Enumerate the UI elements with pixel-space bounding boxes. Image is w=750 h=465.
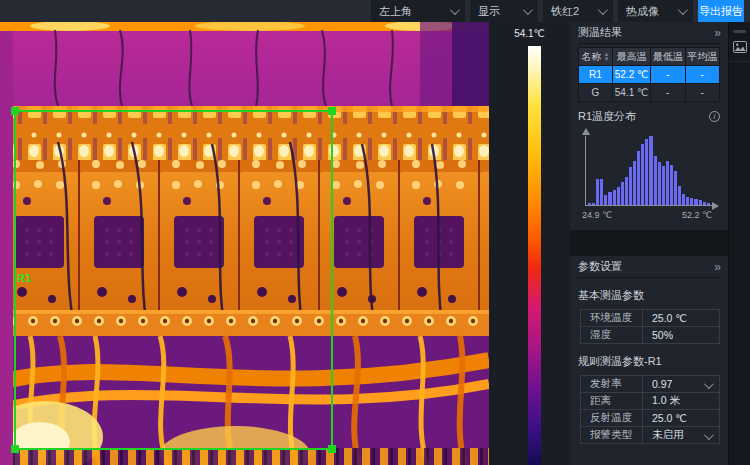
distance-value[interactable]: 1.0 米 bbox=[643, 394, 719, 408]
display-select-value: 显示 bbox=[478, 4, 500, 19]
region-handle-bottom-right[interactable] bbox=[328, 445, 336, 453]
display-select[interactable]: 显示 bbox=[470, 0, 538, 22]
histogram-bar bbox=[617, 187, 620, 205]
histogram-bar bbox=[703, 202, 706, 205]
cell-avg: - bbox=[685, 84, 720, 102]
palette-select[interactable]: 铁红2 bbox=[543, 0, 613, 22]
histogram-bar bbox=[674, 171, 677, 206]
histogram-bar bbox=[596, 179, 599, 205]
ambient-temperature-label: 环境温度 bbox=[581, 310, 643, 326]
histogram-bar bbox=[682, 194, 685, 205]
histogram-bar bbox=[600, 179, 603, 205]
chevron-down-icon bbox=[678, 5, 688, 15]
histogram-bar bbox=[662, 166, 665, 205]
thermal-analysis-app: 左上角 显示 铁红2 热成像 导出报告 bbox=[0, 0, 750, 465]
results-section: 测温结果 » 名称▲▼ 最高温 最低温 平均温 R1 52.2 ℃ - - bbox=[570, 22, 728, 230]
humidity-row: 湿度 50% bbox=[581, 327, 719, 344]
histogram-bar bbox=[649, 136, 652, 205]
export-report-button[interactable]: 导出报告 bbox=[698, 0, 744, 22]
histogram-bar bbox=[686, 197, 689, 205]
position-select[interactable]: 左上角 bbox=[371, 0, 465, 22]
histogram-bar bbox=[637, 151, 640, 205]
results-table: 名称▲▼ 最高温 最低温 平均温 R1 52.2 ℃ - - G 54.1 ℃ bbox=[578, 47, 720, 102]
histogram-bar bbox=[625, 177, 628, 205]
cell-max: 54.1 ℃ bbox=[613, 84, 651, 102]
histogram-bar bbox=[694, 199, 697, 205]
y-axis-arrow-icon bbox=[582, 128, 590, 135]
top-toolbar: 左上角 显示 铁红2 热成像 导出报告 bbox=[0, 0, 750, 22]
cell-name: G bbox=[579, 84, 613, 102]
panel-drag-handle-icon[interactable] bbox=[733, 30, 746, 33]
ambient-temperature-row: 环境温度 25.0 ℃ bbox=[581, 310, 719, 327]
basic-params-title: 基本测温参数 bbox=[578, 288, 720, 303]
region-handle-bottom-left[interactable] bbox=[11, 445, 19, 453]
rule-params-title: 规则测温参数-R1 bbox=[578, 354, 720, 369]
table-row-g[interactable]: G 54.1 ℃ - - bbox=[579, 84, 720, 102]
histogram-bar bbox=[604, 195, 607, 205]
alarm-type-label: 报警类型 bbox=[581, 427, 643, 443]
reflected-temperature-row: 反射温度 25.0 ℃ bbox=[581, 410, 719, 427]
cell-min: - bbox=[651, 66, 686, 84]
histogram-bar bbox=[658, 162, 661, 205]
histogram-bar bbox=[588, 203, 591, 205]
histogram-bar bbox=[592, 203, 595, 205]
histogram-bar bbox=[707, 203, 710, 205]
collapse-params-icon[interactable]: » bbox=[714, 260, 720, 274]
alarm-type-row: 报警类型 未启用 bbox=[581, 427, 719, 444]
temperature-histogram: 24.9 ℃ 52.2 ℃ bbox=[578, 128, 720, 220]
col-max: 最高温 bbox=[613, 48, 651, 66]
region-handle-top-right[interactable] bbox=[328, 107, 336, 115]
histogram-bars bbox=[585, 136, 712, 206]
thermal-image-viewport[interactable]: R1 bbox=[0, 22, 489, 465]
histogram-bar bbox=[670, 165, 673, 205]
info-icon[interactable]: i bbox=[709, 111, 720, 122]
rule-params-table: 发射率 0.97 距离 1.0 米 反射温度 25.0 ℃ 报警类型 未启 bbox=[580, 375, 720, 444]
main-area: R1 54.1℃ 测温结果 » 名称▲▼ 最高温 最低温 平均温 bbox=[0, 22, 750, 465]
sort-icon[interactable]: ▲▼ bbox=[604, 52, 610, 62]
position-select-value: 左上角 bbox=[379, 4, 412, 19]
histogram-bar bbox=[629, 167, 632, 205]
measure-region-r1[interactable] bbox=[14, 110, 333, 450]
right-panel: 测温结果 » 名称▲▼ 最高温 最低温 平均温 R1 52.2 ℃ - - bbox=[570, 22, 728, 465]
histogram-bar bbox=[678, 186, 681, 205]
side-icon-strip bbox=[728, 22, 750, 465]
hist-min-label: 24.9 ℃ bbox=[582, 210, 612, 220]
divider bbox=[729, 61, 750, 62]
gallery-icon[interactable] bbox=[733, 41, 747, 53]
chevron-down-icon bbox=[523, 5, 533, 15]
results-title: 测温结果 bbox=[578, 25, 622, 40]
col-min: 最低温 bbox=[651, 48, 686, 66]
histogram-bar bbox=[608, 192, 611, 205]
histogram-bar bbox=[633, 161, 636, 205]
emissivity-label: 发射率 bbox=[581, 376, 643, 392]
distance-label: 距离 bbox=[581, 393, 643, 409]
col-avg: 平均温 bbox=[685, 48, 720, 66]
histogram-bar bbox=[690, 198, 693, 205]
histogram-bar bbox=[621, 182, 624, 205]
histogram-bar bbox=[666, 161, 669, 205]
cell-min: - bbox=[651, 84, 686, 102]
basic-params-table: 环境温度 25.0 ℃ 湿度 50% bbox=[580, 309, 720, 344]
histogram-bar bbox=[645, 139, 648, 205]
reflected-temperature-label: 反射温度 bbox=[581, 410, 643, 426]
histogram-bar bbox=[654, 156, 657, 205]
colorbar-max-label: 54.1℃ bbox=[489, 28, 570, 39]
cell-avg: - bbox=[685, 66, 720, 84]
histogram-title: R1温度分布 bbox=[578, 109, 636, 124]
region-handle-top-left[interactable] bbox=[11, 107, 19, 115]
reflected-temperature-value[interactable]: 25.0 ℃ bbox=[643, 412, 719, 424]
humidity-value[interactable]: 50% bbox=[643, 329, 719, 341]
cell-name: R1 bbox=[579, 66, 613, 84]
hist-max-label: 52.2 ℃ bbox=[682, 210, 712, 220]
collapse-results-icon[interactable]: » bbox=[714, 26, 720, 40]
table-row-r1[interactable]: R1 52.2 ℃ - - bbox=[579, 66, 720, 84]
cell-max: 52.2 ℃ bbox=[613, 66, 651, 84]
ambient-temperature-value[interactable]: 25.0 ℃ bbox=[643, 312, 719, 324]
image-mode-select[interactable]: 热成像 bbox=[618, 0, 693, 22]
results-header-row: 名称▲▼ 最高温 最低温 平均温 bbox=[579, 48, 720, 66]
histogram-bar bbox=[641, 144, 644, 205]
histogram-bar bbox=[699, 200, 702, 205]
humidity-label: 湿度 bbox=[581, 327, 643, 343]
histogram-bar bbox=[613, 190, 616, 205]
distance-row: 距离 1.0 米 bbox=[581, 393, 719, 410]
